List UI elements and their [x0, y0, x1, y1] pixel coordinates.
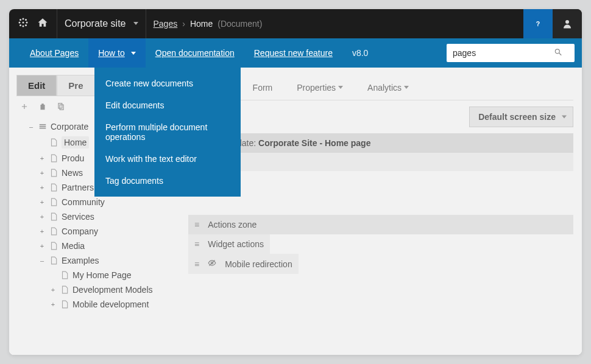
tab-form[interactable]: Form [241, 75, 285, 100]
template-name: Corporate Site - Home page [258, 138, 370, 148]
tree-item-development-models[interactable]: +Development Models [49, 282, 181, 297]
collapse-icon[interactable]: – [27, 123, 35, 130]
tab-analytics[interactable]: Analytics [355, 75, 421, 100]
top-bar: Corporate site Pages › Home (Document) ? [9, 9, 582, 38]
file-icon [49, 138, 58, 147]
file-icon [49, 169, 58, 177]
file-icon [49, 256, 58, 265]
dropdown-item-text-editor[interactable]: Work with the text editor [94, 148, 241, 170]
screen-size-label: Default screen size [478, 112, 556, 122]
tab-analytics-label: Analytics [367, 83, 402, 93]
app-icon[interactable] [18, 17, 29, 30]
svg-rect-17 [40, 126, 46, 127]
menu-how-to-label: How to [98, 48, 125, 58]
svg-point-1 [19, 19, 21, 21]
folder-icon [38, 122, 47, 131]
caret-down-icon [404, 86, 409, 89]
tree-item-community[interactable]: +Community [38, 195, 181, 209]
file-icon [49, 198, 58, 206]
actions-zone-group: ≡ Actions zone ≡ Widget actions ≡ [188, 215, 573, 274]
dropdown-item-multiple-operations[interactable]: Perform multiple document operations [94, 116, 241, 148]
expand-icon[interactable]: + [38, 184, 46, 191]
file-icon [49, 212, 58, 221]
menu-how-to[interactable]: How to [88, 38, 146, 68]
tree-item-company[interactable]: +Company [38, 224, 181, 239]
menu-about-pages[interactable]: About Pages [20, 38, 88, 68]
expand-icon[interactable]: + [49, 286, 57, 293]
menu-open-documentation[interactable]: Open documentation [146, 38, 244, 68]
caret-down-icon [562, 116, 567, 119]
add-button[interactable] [20, 102, 29, 113]
svg-rect-18 [40, 128, 46, 129]
tab-edit[interactable]: Edit [16, 75, 57, 96]
tree-item-examples[interactable]: –Examples [38, 253, 181, 268]
top-left-icons [9, 9, 57, 38]
caret-down-icon [131, 52, 136, 55]
actions-zone-label: Actions zone [208, 220, 257, 229]
tree-root-label: Corporate [51, 122, 88, 131]
expand-icon[interactable]: + [38, 213, 46, 220]
dropdown-item-create-documents[interactable]: Create new documents [94, 72, 241, 94]
expand-icon[interactable]: – [38, 257, 46, 264]
delete-button[interactable] [38, 102, 47, 113]
expand-icon[interactable] [49, 271, 57, 279]
copy-button[interactable] [57, 102, 65, 113]
dropdown-item-tag-documents[interactable]: Tag documents [94, 170, 241, 192]
file-icon [60, 300, 69, 309]
svg-point-11 [565, 20, 569, 24]
svg-point-2 [25, 19, 27, 21]
breadcrumb-current: Home [190, 19, 213, 29]
help-button[interactable]: ? [523, 9, 553, 38]
file-icon [49, 227, 58, 236]
widget-actions-row[interactable]: ≡ Widget actions [188, 234, 270, 254]
tree-item-mobile-development[interactable]: +Mobile development [49, 297, 181, 312]
eye-off-icon [208, 259, 216, 269]
tree-item-my-home-page[interactable]: My Home Page [49, 268, 181, 282]
mobile-redirection-row[interactable]: ≡ Mobile redirection [188, 254, 299, 274]
tree-item-services[interactable]: +Services [38, 209, 181, 224]
svg-point-4 [25, 24, 27, 26]
screen-size-button[interactable]: Default screen size [469, 107, 573, 127]
version-label: v8.0 [342, 48, 378, 58]
home-icon[interactable] [37, 17, 48, 30]
dropdown-item-edit-documents[interactable]: Edit documents [94, 94, 241, 116]
file-icon [49, 183, 58, 192]
tree-item-label: Development Models [73, 285, 153, 295]
page-template-bar: - page template: Corporate Site - Home p… [188, 133, 573, 153]
svg-point-5 [23, 18, 24, 20]
expand-icon[interactable]: + [38, 228, 46, 235]
screen-size-selector: Default screen size [469, 107, 573, 127]
menu-request-feature[interactable]: Request new feature [244, 38, 342, 68]
user-menu[interactable] [553, 9, 582, 38]
tree-item-label: Mobile development [73, 299, 149, 309]
how-to-dropdown: Create new documents Edit documents Perf… [94, 68, 241, 197]
search-button[interactable] [554, 48, 562, 58]
svg-line-13 [559, 53, 562, 55]
tree-item-media[interactable]: +Media [38, 239, 181, 253]
hamburger-icon: ≡ [194, 220, 199, 229]
expand-icon[interactable]: + [38, 155, 46, 162]
tree-item-label: Company [62, 226, 98, 236]
actions-zone-row[interactable]: ≡ Actions zone [188, 215, 573, 234]
tree-item-label: Services [62, 212, 94, 222]
expand-icon[interactable]: + [38, 242, 46, 250]
zone-header[interactable]: ne [188, 153, 573, 171]
tab-properties[interactable]: Properties [285, 75, 355, 100]
breadcrumb-pages-link[interactable]: Pages [154, 19, 178, 29]
hamburger-icon: ≡ [194, 259, 199, 269]
svg-point-8 [26, 22, 28, 24]
expand-icon[interactable]: + [49, 301, 57, 308]
tab-preview[interactable]: Pre [57, 75, 94, 96]
file-icon [60, 285, 69, 294]
expand-icon[interactable] [38, 139, 46, 146]
mobile-redirection-label: Mobile redirection [225, 259, 292, 269]
tree-item-label: My Home Page [73, 270, 131, 280]
tree-item-label: Partners [62, 183, 94, 192]
tab-properties-label: Properties [297, 83, 336, 93]
site-selector[interactable]: Corporate site [57, 9, 146, 38]
svg-point-0 [23, 22, 24, 24]
svg-point-7 [19, 22, 21, 24]
expand-icon[interactable]: + [38, 198, 46, 206]
svg-rect-16 [40, 124, 46, 125]
expand-icon[interactable]: + [38, 169, 46, 177]
